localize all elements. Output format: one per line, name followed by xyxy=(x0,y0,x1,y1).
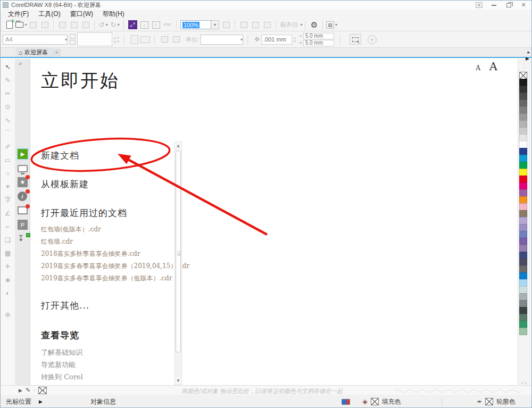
recent-file[interactable]: 2019嘉实多春季嘉享会抽奖券（2019,04,15）.cdr xyxy=(41,262,189,271)
add-property-button[interactable]: ＋ xyxy=(368,35,377,44)
current-page-button[interactable] xyxy=(171,34,182,45)
palette-swatch[interactable] xyxy=(519,127,527,135)
palette-swatch[interactable] xyxy=(519,286,527,294)
palette-swatch[interactable] xyxy=(519,196,527,204)
recent-file[interactable]: 红包墙.cdr xyxy=(41,237,73,246)
doc-palette-edit-icon[interactable]: ✎ xyxy=(26,387,30,394)
text-tool[interactable]: 字 xyxy=(2,193,14,206)
duplicate-y-field[interactable]: 5.0 mm xyxy=(303,40,334,46)
palette-scroll-down-icon[interactable]: ⌄⌄ xyxy=(520,380,528,384)
freehand-tool[interactable]: ∿ xyxy=(2,113,14,127)
doc-palette-scroll-left-icon[interactable]: ‹ xyxy=(34,388,35,393)
palette-swatch[interactable] xyxy=(519,79,527,86)
tab-welcome-screen[interactable]: ⌂ 欢迎屏幕 xyxy=(15,48,53,57)
connector-tool[interactable]: ⌐ xyxy=(2,220,14,233)
transparency-tool[interactable]: ▦ xyxy=(2,246,14,260)
portrait-button[interactable] xyxy=(131,35,138,44)
palette-swatch[interactable] xyxy=(519,293,527,301)
palette-swatch[interactable] xyxy=(519,86,527,93)
search-content-button[interactable]: ⤢ xyxy=(127,20,138,30)
palette-swatch[interactable] xyxy=(519,314,527,321)
sidebar-item-gallery[interactable] xyxy=(18,206,28,217)
palette-swatch[interactable] xyxy=(519,272,527,280)
sidebar-item-get-started[interactable]: ▶ xyxy=(18,149,28,159)
palette-swatch[interactable] xyxy=(519,134,527,141)
import-button[interactable]: ↓ xyxy=(138,20,150,30)
menu-help[interactable]: 帮助(H) xyxy=(98,9,129,19)
palette-swatch[interactable] xyxy=(519,182,527,190)
customize-toolbox-button[interactable]: ⊕ xyxy=(2,308,14,321)
account-button[interactable] xyxy=(475,2,483,9)
palette-swatch[interactable] xyxy=(519,307,527,314)
palette-swatch[interactable] xyxy=(519,217,527,224)
treat-as-filled-button[interactable] xyxy=(350,34,361,45)
palette-swatch[interactable] xyxy=(519,238,527,245)
recent-file[interactable]: 红包墙(低版本）.cdr xyxy=(41,225,101,234)
tour-item[interactable]: 了解基础知识 xyxy=(41,348,82,357)
sidebar-item-workspace[interactable] xyxy=(18,165,28,175)
doc-palette-no-color-swatch[interactable] xyxy=(38,387,47,394)
palette-swatch[interactable] xyxy=(519,189,527,197)
palette-swatch[interactable] xyxy=(519,224,527,231)
dimension-tool[interactable]: ∠ xyxy=(2,206,14,220)
copy-button[interactable] xyxy=(68,20,80,30)
title-bar[interactable]: CorelDRAW X8 (64-Bit) - 欢迎屏幕 ✕ xyxy=(1,1,531,10)
close-button[interactable]: ✕ xyxy=(520,2,527,9)
palette-swatch[interactable] xyxy=(519,265,527,273)
color-eyedropper-tool[interactable]: ✛ xyxy=(2,260,14,273)
units-combo[interactable]: ▾ xyxy=(201,35,243,45)
open-other-link[interactable]: 打开其他... xyxy=(41,299,89,312)
new-document-link[interactable]: 新建文档 xyxy=(41,149,79,162)
zoom-dropdown-button[interactable]: ▾ xyxy=(211,20,219,29)
outline-color-swatch[interactable] xyxy=(485,398,493,405)
paste-button[interactable] xyxy=(80,20,92,30)
palette-swatch[interactable] xyxy=(519,176,527,183)
text-size-large-button[interactable]: A xyxy=(489,60,497,73)
palette-swatch[interactable] xyxy=(519,245,527,252)
content-scrollbar[interactable]: ▲ ▼ xyxy=(174,141,182,385)
full-screen-preview-button[interactable] xyxy=(220,20,232,30)
palette-swatch[interactable] xyxy=(519,120,527,128)
menu-window[interactable]: 窗口(W) xyxy=(66,9,97,19)
new-tab-button[interactable]: + xyxy=(53,49,61,56)
palette-swatch[interactable] xyxy=(519,155,527,162)
ellipse-tool[interactable]: ○ xyxy=(2,166,14,180)
rectangle-tool[interactable]: ▭ xyxy=(2,153,14,166)
no-color-swatch[interactable] xyxy=(519,72,527,79)
palette-swatch[interactable] xyxy=(519,259,527,266)
redo-button[interactable]: ↻▾ xyxy=(109,20,121,30)
new-from-template-link[interactable]: 从模板新建 xyxy=(41,178,89,190)
palette-swatch[interactable] xyxy=(519,252,527,259)
crop-tool[interactable]: ✂ xyxy=(2,87,14,100)
zoom-level-combo[interactable]: 100% ▾ xyxy=(180,20,219,29)
interactive-fill-tool[interactable]: ◈ xyxy=(2,273,14,286)
palette-scroll-up-icon[interactable]: ⌃⌃ xyxy=(520,63,528,71)
palette-swatch[interactable] xyxy=(519,93,527,100)
palette-swatch[interactable] xyxy=(519,162,527,169)
palette-swatch[interactable] xyxy=(519,148,527,155)
scroll-down-icon[interactable]: ▼ xyxy=(175,377,181,385)
publish-pdf-button[interactable]: PDF xyxy=(162,20,173,30)
palette-flyout-icon[interactable]: ▶ xyxy=(526,56,529,61)
text-size-small-button[interactable]: A xyxy=(476,64,480,72)
tab-flyout-icon[interactable]: ▸ xyxy=(527,49,530,55)
palette-swatch[interactable] xyxy=(519,99,527,107)
sidebar-item-need-help[interactable]: i xyxy=(18,191,28,202)
palette-swatch[interactable] xyxy=(519,231,527,238)
print-button[interactable] xyxy=(39,20,51,30)
tour-item[interactable]: 转换到 Corel xyxy=(41,372,83,382)
doc-palette-flyout-icon[interactable]: ▶ xyxy=(19,388,22,393)
undo-button[interactable]: ↺▾ xyxy=(97,20,109,30)
fill-color-swatch[interactable] xyxy=(371,398,379,405)
new-document-button[interactable] xyxy=(4,20,15,30)
palette-swatch[interactable] xyxy=(519,106,527,114)
palette-swatch[interactable] xyxy=(519,141,527,148)
palette-swatch[interactable] xyxy=(519,328,527,335)
zoom-tool[interactable]: ⊙ xyxy=(2,100,14,113)
application-launcher-button[interactable]: ▤▾ xyxy=(326,20,337,30)
page-dimensions-field[interactable] xyxy=(77,32,112,46)
recent-file[interactable]: 2019嘉实多春季嘉享会抽奖券（低版本）.cdr xyxy=(41,274,172,283)
options-button[interactable]: ⚙ xyxy=(308,20,320,30)
open-button[interactable]: ▾ xyxy=(15,20,27,30)
cursor-flyout-icon[interactable]: ▶ xyxy=(39,399,43,404)
